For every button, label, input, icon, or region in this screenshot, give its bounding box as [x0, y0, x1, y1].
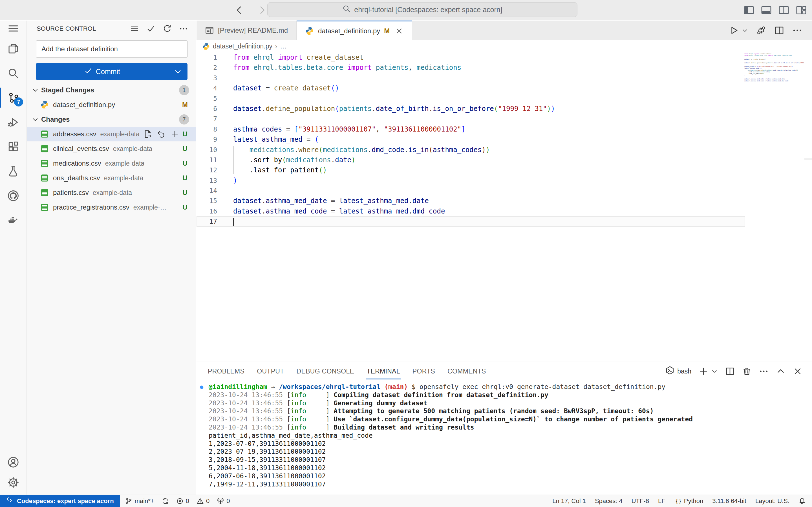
scm-file-row[interactable]: dataset_definition.pyM: [27, 98, 196, 112]
activity-item-docker[interactable]: [0, 208, 27, 232]
panel-tab-terminal[interactable]: TERMINAL: [360, 361, 406, 381]
activity-item-debug[interactable]: [0, 110, 27, 134]
warning-count[interactable]: 0: [197, 497, 209, 505]
code-token: is_on_or_before: [433, 105, 494, 113]
minimap-token: date_of_birth: [774, 62, 785, 64]
ellipsis-icon[interactable]: [759, 367, 769, 376]
editor-tab-dataset-definition-py[interactable]: dataset_definition.pyM: [297, 20, 412, 40]
commit-dropdown[interactable]: [168, 67, 188, 76]
layout-sidebar-icon[interactable]: [743, 4, 755, 16]
warning-count-label: 0: [206, 497, 209, 505]
split-icon[interactable]: [774, 25, 784, 36]
trash-icon[interactable]: [742, 367, 752, 376]
branch-indicator[interactable]: main*+: [125, 497, 154, 505]
activity-item-search[interactable]: [0, 61, 27, 86]
git-status-U: U: [181, 189, 189, 196]
layout-custom-icon[interactable]: [796, 4, 807, 16]
code-editor[interactable]: 1from ehrql import create_dataset2from e…: [197, 52, 812, 361]
terminal-text: →: [267, 383, 279, 390]
activity-item-explorer[interactable]: [0, 36, 27, 61]
layout-split-icon[interactable]: [778, 4, 790, 16]
scm-section-changes[interactable]: Changes7: [27, 112, 196, 127]
back-icon[interactable]: [234, 4, 245, 16]
error-count[interactable]: 0: [176, 497, 189, 505]
ellipsis-icon[interactable]: [179, 24, 188, 33]
activity-item-github[interactable]: [0, 183, 27, 208]
text-cursor: [233, 218, 234, 226]
terminal-launch-dropdown-icon[interactable]: [711, 368, 718, 375]
activity-item-menu[interactable]: [0, 20, 27, 36]
eol-sequence[interactable]: LF: [658, 497, 665, 505]
activity-item-settings[interactable]: [0, 470, 27, 495]
line-content: .sort_by(medications.date): [233, 155, 356, 165]
tab-modified-badge: M: [384, 27, 390, 35]
terminal-text: Compiling dataset definition from datase…: [334, 391, 548, 399]
scm-file-name: medications.csv: [53, 159, 101, 167]
terminal-output[interactable]: ●@iaindillingham → /workspaces/ehrql-tut…: [197, 381, 812, 495]
minimap-token: ehrql.tables.beta.core: [749, 55, 767, 56]
editor-tab--preview-readme-md[interactable]: [Preview] README.md: [197, 20, 297, 40]
scm-file-row[interactable]: medications.csvexample-dataU: [27, 156, 196, 171]
scm-file-row[interactable]: clinical_events.csvexample-dataU: [27, 142, 196, 156]
braces-icon: {}: [674, 497, 682, 505]
panel-tab-problems[interactable]: PROBLEMS: [202, 361, 251, 381]
split-icon[interactable]: [725, 367, 735, 376]
preview-icon: [205, 26, 214, 35]
notifications-bell[interactable]: [799, 497, 806, 505]
command-center-search[interactable]: ehrql-tutorial [Codespaces: expert space…: [267, 2, 577, 17]
terminal-instance-bash[interactable]: bash: [665, 366, 691, 377]
terminal-line-13: 7,1949-12-11,39113311000001107: [209, 480, 812, 489]
panel-tab-ports[interactable]: PORTS: [406, 361, 441, 381]
breadcrumb[interactable]: dataset_definition.py›…: [197, 40, 812, 52]
minimap-token: =: [755, 66, 757, 67]
close-icon[interactable]: [395, 27, 403, 35]
scm-file-row[interactable]: ons_deaths.csvexample-dataU: [27, 171, 196, 185]
python-interpreter[interactable]: 3.11.6 64-bit: [712, 497, 746, 505]
extensions-icon: [7, 141, 19, 153]
activity-item-testing[interactable]: [0, 159, 27, 183]
code-token: [250, 54, 253, 61]
view-list-icon[interactable]: [130, 24, 139, 33]
refresh-icon[interactable]: [163, 24, 172, 33]
ports-indicator[interactable]: 0: [217, 497, 230, 505]
scm-section-staged-changes[interactable]: Staged Changes1: [27, 83, 196, 98]
compare-icon[interactable]: [756, 25, 766, 36]
panel-tab-output[interactable]: OUTPUT: [251, 361, 290, 381]
activity-item-account[interactable]: [0, 454, 27, 470]
indentation[interactable]: Spaces: 4: [595, 497, 622, 505]
activity-item-extensions[interactable]: [0, 134, 27, 159]
panel-tab-debug-console[interactable]: DEBUG CONSOLE: [290, 361, 361, 381]
commit-button-label: Commit: [96, 68, 120, 76]
minimap-token: create_dataset: [753, 58, 765, 60]
open-file-icon[interactable]: [144, 130, 152, 138]
terminal-line-4: 2023-10-24 13:46:55 [info ] Attempting t…: [209, 407, 812, 415]
line-content: dataset.asthma_med_date = latest_asthma_…: [233, 196, 429, 206]
commit-message-input[interactable]: [36, 40, 188, 58]
minimap[interactable]: from ehrql import create_datasetfrom ehr…: [744, 53, 804, 83]
cursor-position[interactable]: Ln 17, Col 1: [552, 497, 586, 505]
chev-up-icon[interactable]: [776, 367, 785, 376]
forward-icon[interactable]: [257, 4, 268, 16]
commit-button[interactable]: Commit: [36, 63, 188, 80]
play-icon[interactable]: [728, 25, 739, 36]
activity-item-source-control[interactable]: 7: [0, 86, 27, 110]
line-content: medications.where(medications.dmd_code.i…: [233, 145, 490, 155]
scm-file-row[interactable]: patients.csvexample-dataU: [27, 185, 196, 200]
check-icon[interactable]: [146, 24, 155, 33]
keyboard-layout[interactable]: Layout: U.S.: [755, 497, 790, 505]
layout-panel-icon[interactable]: [761, 4, 772, 16]
run-dropdown-icon[interactable]: [742, 27, 748, 34]
plus-icon[interactable]: [699, 367, 708, 376]
ellipsis-icon[interactable]: [792, 25, 802, 36]
sync-button[interactable]: [161, 497, 169, 505]
svg-text:{}: {}: [675, 498, 681, 504]
language-mode[interactable]: {}Python: [674, 497, 703, 505]
scm-file-row[interactable]: practice_registrations.csvexample-…U: [27, 200, 196, 215]
remote-indicator[interactable]: Codespaces: expert space acorn: [0, 495, 120, 507]
close-icon[interactable]: [793, 367, 802, 376]
discard-icon[interactable]: [157, 130, 165, 138]
scm-file-row[interactable]: addresses.csvexample-dataU: [27, 127, 196, 142]
panel-tab-comments[interactable]: COMMENTS: [441, 361, 492, 381]
plus-icon[interactable]: [170, 130, 179, 138]
encoding[interactable]: UTF-8: [631, 497, 649, 505]
